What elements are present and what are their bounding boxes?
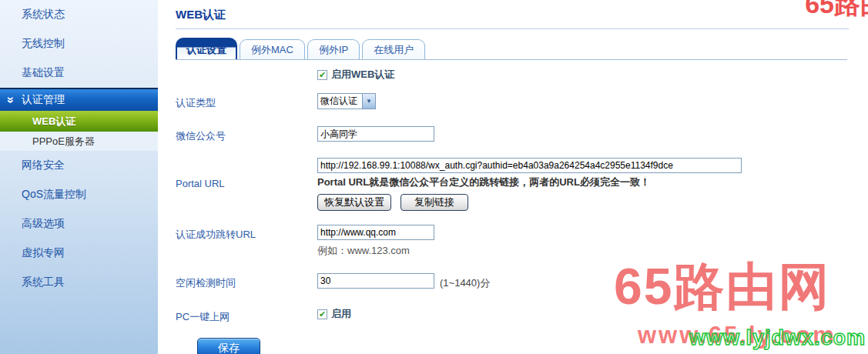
sidebar-item-system-status[interactable]: 系统状态 <box>0 0 158 29</box>
wechat-account-label: 微信公众号 <box>176 126 317 143</box>
redirect-url-label: 认证成功跳转URL <box>176 225 317 242</box>
portal-url-note: Portal URL就是微信公众平台定义的跳转链接，两者的URL必须完全一致！ <box>317 175 650 189</box>
redirect-url-input[interactable] <box>317 225 434 240</box>
wechat-account-input[interactable] <box>317 126 434 142</box>
idle-timeout-range: (1~1440)分 <box>440 273 490 290</box>
auth-type-label: 认证类型 <box>176 93 317 110</box>
idle-timeout-label: 空闲检测时间 <box>176 273 317 290</box>
tab-online-users[interactable]: 在线用户 <box>362 39 425 59</box>
redirect-url-hint: 例如：www.123.com <box>317 244 410 258</box>
main-content: WEB认证 认证设置 例外MAC 例外IP 在线用户 启用WEB认证 认证类型 … <box>158 0 868 354</box>
sidebar-item-web-auth[interactable]: WEB认证 <box>0 111 158 132</box>
enable-web-auth-label: 启用WEB认证 <box>331 68 394 82</box>
pc-one-click-label: PC一键上网 <box>176 307 317 324</box>
dropdown-arrow-icon: ▼ <box>362 94 375 109</box>
pc-one-click-checkbox[interactable] <box>317 309 327 319</box>
sidebar-item-label: 认证管理 <box>22 93 65 107</box>
title-divider <box>176 28 849 29</box>
sidebar-item-auth-management[interactable]: » 认证管理 <box>0 88 158 111</box>
sidebar-nav: 系统状态 无线控制 基础设置 » 认证管理 WEB认证 PPPoE服务器 网络安… <box>0 0 158 354</box>
double-chevron-down-icon: » <box>5 97 17 104</box>
auth-type-select[interactable]: 微信认证 ▼ <box>317 93 376 109</box>
sidebar-item-pppoe-server[interactable]: PPPoE服务器 <box>0 132 158 151</box>
tab-strip: 认证设置 例外MAC 例外IP 在线用户 <box>176 38 847 60</box>
sidebar-item-advanced-options[interactable]: 高级选项 <box>0 209 158 239</box>
sidebar-item-vpn[interactable]: 虚拟专网 <box>0 239 158 268</box>
sidebar-item-network-security[interactable]: 网络安全 <box>0 151 158 180</box>
tab-exception-ip[interactable]: 例外IP <box>307 39 360 59</box>
tab-exception-mac[interactable]: 例外MAC <box>240 39 305 59</box>
sidebar-item-basic-settings[interactable]: 基础设置 <box>0 58 158 88</box>
portal-url-label: Portal URL <box>176 158 317 189</box>
portal-url-input[interactable] <box>317 158 742 173</box>
auth-type-selected-value: 微信认证 <box>318 95 362 108</box>
window: 系统状态 无线控制 基础设置 » 认证管理 WEB认证 PPPoE服务器 网络安… <box>0 0 868 354</box>
idle-timeout-input[interactable] <box>317 273 434 289</box>
sidebar-item-system-tools[interactable]: 系统工具 <box>0 268 158 297</box>
restore-defaults-button[interactable]: 恢复默认设置 <box>317 194 391 211</box>
copy-link-button[interactable]: 复制链接 <box>400 194 468 211</box>
tab-auth-settings[interactable]: 认证设置 <box>176 38 237 59</box>
save-button[interactable]: 保存 <box>197 338 260 354</box>
sidebar-item-wireless-control[interactable]: 无线控制 <box>0 29 158 58</box>
page-title: WEB认证 <box>176 8 868 22</box>
enable-web-auth-checkbox[interactable] <box>317 70 327 80</box>
web-auth-form: 启用WEB认证 认证类型 微信认证 ▼ 微信公众号 Portal URL Por… <box>176 68 868 354</box>
pc-one-click-enable-label: 启用 <box>331 307 351 321</box>
sidebar-item-qos-control[interactable]: QoS流量控制 <box>0 180 158 209</box>
